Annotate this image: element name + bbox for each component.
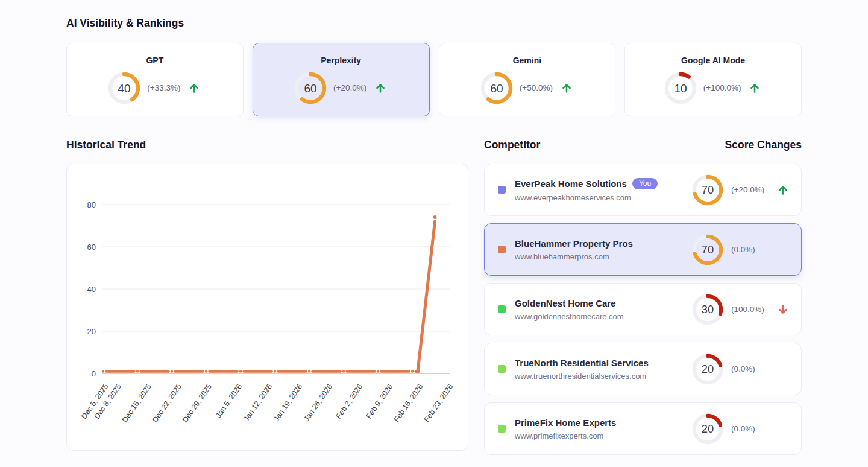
- score-group: 10 (+100.0%): [664, 72, 763, 104]
- competitor-url: www.everpeakhomeservices.com: [515, 193, 692, 202]
- trend-indicator: [776, 362, 790, 376]
- historical-trend-chart: 020406080Dec 5, 2025Dec 8, 2025Dec 15, 2…: [66, 164, 468, 451]
- trend-up-icon: [187, 81, 201, 95]
- score-gauge: 70: [692, 174, 723, 206]
- provider-card-gpt[interactable]: GPT 40 (+33.3%): [66, 43, 244, 116]
- historical-trend-title: Historical Trend: [66, 139, 146, 151]
- score-gauge: 60: [294, 72, 327, 104]
- provider-card-gemini[interactable]: Gemini 60 (+50.0%): [439, 43, 616, 116]
- trend-up-icon: [776, 183, 790, 197]
- svg-text:40: 40: [87, 285, 96, 294]
- score-change: (0.0%): [731, 245, 776, 254]
- score-value: 20: [702, 363, 714, 375]
- score-change: (+50.0%): [520, 83, 553, 92]
- score-change: (+20.0%): [731, 185, 776, 194]
- provider-card-perplexity[interactable]: Perplexity 60 (+20.0%): [253, 43, 430, 116]
- series-color-marker: [498, 186, 506, 194]
- score-gauge: 40: [108, 72, 140, 104]
- competitor-name: TrueNorth Residential Services: [515, 358, 649, 368]
- score-value: 10: [674, 81, 687, 94]
- score-group: 40 (+33.3%): [108, 72, 201, 104]
- competitor-name: PrimeFix Home Experts: [515, 418, 616, 428]
- svg-text:Jan 26, 2026: Jan 26, 2026: [302, 383, 334, 423]
- competitor-row-primefix[interactable]: PrimeFix Home Experts www.primefixexpert…: [484, 402, 802, 455]
- dashboard: AI Visibility & Rankings GPT 40 (+33.3%)…: [0, 0, 868, 455]
- historical-trend-section: Historical Trend 020406080Dec 5, 2025Dec…: [66, 139, 468, 455]
- score-change: (0.0%): [731, 364, 776, 373]
- svg-text:Dec 15, 2025: Dec 15, 2025: [121, 383, 153, 424]
- svg-text:Feb 2, 2026: Feb 2, 2026: [335, 383, 365, 421]
- trend-up-icon: [560, 81, 573, 95]
- competitor-name: GoldenNest Home Care: [515, 298, 616, 308]
- score-value: 40: [118, 81, 131, 94]
- score-gauge: 60: [480, 72, 513, 104]
- provider-name: Gemini: [513, 56, 541, 65]
- page-title: AI Visibility & Rankings: [66, 17, 802, 29]
- score-gauge: 30: [692, 294, 723, 325]
- competitor-row-everpeak[interactable]: EverPeak Home Solutions You www.everpeak…: [484, 164, 802, 216]
- series-color-marker: [498, 425, 506, 433]
- competitor-list: EverPeak Home Solutions You www.everpeak…: [484, 164, 802, 455]
- svg-text:0: 0: [92, 369, 96, 378]
- score-gauge: 20: [692, 354, 723, 385]
- competitor-url: www.goldennesthomecare.com: [515, 312, 692, 321]
- trend-indicator: [187, 81, 201, 95]
- score-gauge: 70: [692, 234, 723, 265]
- score-value: 60: [490, 81, 503, 94]
- series-color-marker: [498, 305, 506, 313]
- svg-text:Feb 9, 2026: Feb 9, 2026: [365, 383, 395, 421]
- provider-name: Google AI Mode: [681, 56, 745, 65]
- line-chart: 020406080Dec 5, 2025Dec 8, 2025Dec 15, 2…: [67, 164, 468, 451]
- score-change: (+20.0%): [333, 83, 366, 92]
- score-gauge: 10: [664, 72, 697, 104]
- svg-text:Dec 22, 2025: Dec 22, 2025: [151, 383, 183, 424]
- trend-indicator: [747, 81, 762, 95]
- score-value: 30: [702, 303, 714, 316]
- you-badge: You: [632, 178, 658, 189]
- trend-up-icon: [748, 81, 761, 95]
- competitor-url: www.primefixexperts.com: [515, 431, 692, 440]
- score-change: (+33.3%): [147, 83, 180, 92]
- score-value: 70: [702, 243, 714, 256]
- trend-down-icon: [776, 303, 790, 316]
- score-value: 70: [702, 183, 714, 196]
- score-change: (100.0%): [731, 305, 776, 314]
- competitor-url: www.bluehammerpros.com: [515, 252, 692, 261]
- trend-indicator: [776, 422, 790, 436]
- svg-text:Jan 19, 2026: Jan 19, 2026: [272, 383, 304, 423]
- svg-text:20: 20: [87, 327, 96, 336]
- series-color-marker: [498, 365, 506, 373]
- competitor-row-bluehammer[interactable]: BlueHammer Property Pros www.bluehammerp…: [484, 223, 802, 276]
- score-change: (+100.0%): [703, 83, 741, 92]
- score-value: 20: [702, 422, 714, 435]
- competitor-title: Competitor: [484, 139, 540, 151]
- trend-indicator: [776, 302, 790, 317]
- svg-text:Jan 5, 2026: Jan 5, 2026: [214, 383, 244, 420]
- competitor-section: Competitor Score Changes EverPeak Home S…: [484, 139, 802, 455]
- competitor-name: BlueHammer Property Pros: [515, 238, 633, 249]
- trend-indicator: [776, 183, 790, 197]
- score-group: 60 (+20.0%): [294, 72, 388, 104]
- provider-card-google-ai-mode[interactable]: Google AI Mode 10 (+100.0%): [624, 43, 802, 116]
- score-change: (0.0%): [731, 424, 776, 433]
- competitor-row-goldennest[interactable]: GoldenNest Home Care www.goldennesthomec…: [484, 283, 802, 335]
- svg-text:80: 80: [87, 200, 96, 209]
- svg-text:Dec 29, 2025: Dec 29, 2025: [181, 383, 213, 424]
- svg-text:Feb 23, 2026: Feb 23, 2026: [423, 383, 455, 424]
- svg-text:60: 60: [87, 243, 96, 252]
- competitor-name: EverPeak Home Solutions: [515, 179, 627, 189]
- svg-text:Jan 12, 2026: Jan 12, 2026: [242, 383, 274, 423]
- provider-cards: GPT 40 (+33.3%) Perplexity 60 (+20.0%: [66, 43, 802, 116]
- svg-text:Feb 16, 2026: Feb 16, 2026: [392, 383, 425, 424]
- score-changes-title: Score Changes: [725, 139, 802, 151]
- score-group: 60 (+50.0%): [480, 72, 574, 104]
- competitor-row-truenorth[interactable]: TrueNorth Residential Services www.truen…: [484, 343, 802, 395]
- trend-indicator: [776, 243, 790, 257]
- trend-up-icon: [374, 81, 387, 95]
- competitor-url: www.truenorthresidentialservices.com: [515, 372, 692, 381]
- score-gauge: 20: [692, 413, 723, 445]
- provider-name: GPT: [146, 56, 163, 65]
- main-area: Historical Trend 020406080Dec 5, 2025Dec…: [66, 139, 802, 455]
- score-value: 60: [304, 81, 316, 94]
- series-color-marker: [498, 246, 506, 253]
